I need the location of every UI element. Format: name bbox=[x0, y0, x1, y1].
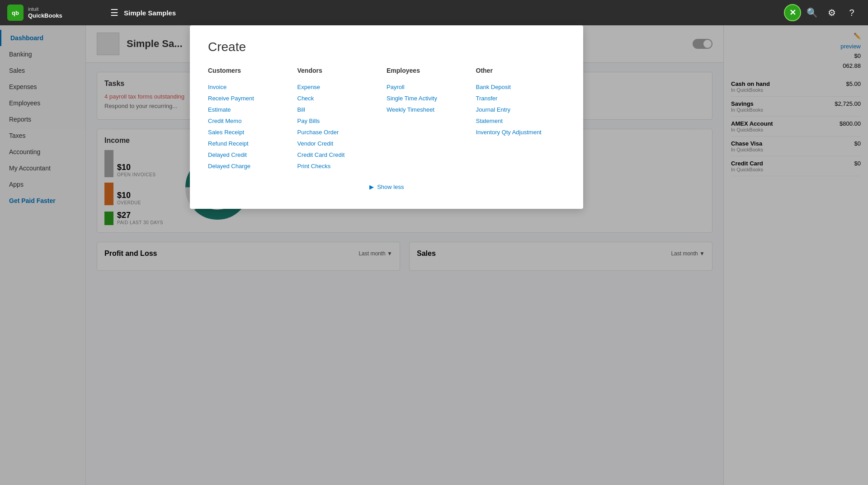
show-less-link[interactable]: ▶ Show less bbox=[369, 184, 404, 190]
create-single-time-activity-link[interactable]: Single Time Activity bbox=[387, 93, 476, 104]
create-bank-deposit-link[interactable]: Bank Deposit bbox=[476, 81, 566, 93]
create-sales-receipt-link[interactable]: Sales Receipt bbox=[208, 127, 297, 138]
create-expense-link[interactable]: Expense bbox=[297, 81, 387, 93]
top-navigation: qb intuit QuickBooks ☰ Simple Samples ✕ … bbox=[0, 0, 868, 25]
show-less-row: ▶ Show less bbox=[208, 183, 565, 191]
other-header: Other bbox=[476, 67, 566, 74]
create-vendor-credit-link[interactable]: Vendor Credit bbox=[297, 138, 387, 149]
create-invoice-link[interactable]: Invoice bbox=[208, 81, 297, 93]
create-payroll-link[interactable]: Payroll bbox=[387, 81, 476, 93]
create-modal-title: Create bbox=[208, 40, 565, 54]
close-icon: ✕ bbox=[789, 8, 796, 18]
hamburger-menu-icon[interactable]: ☰ bbox=[110, 7, 118, 18]
triangle-icon: ▶ bbox=[369, 184, 374, 190]
create-pay-bills-link[interactable]: Pay Bills bbox=[297, 115, 387, 127]
search-icon: 🔍 bbox=[807, 7, 818, 18]
create-print-checks-link[interactable]: Print Checks bbox=[297, 160, 387, 172]
create-journal-entry-link[interactable]: Journal Entry bbox=[476, 104, 566, 115]
close-create-button[interactable]: ✕ bbox=[784, 4, 801, 21]
create-bill-link[interactable]: Bill bbox=[297, 104, 387, 115]
gear-icon: ⚙ bbox=[828, 7, 836, 18]
show-less-label: Show less bbox=[377, 184, 404, 190]
logo-area: qb intuit QuickBooks bbox=[7, 5, 107, 21]
quickbooks-logo: qb bbox=[7, 5, 24, 21]
create-columns: Customers Invoice Receive Payment Estima… bbox=[208, 67, 565, 172]
create-credit-card-credit-link[interactable]: Credit Card Credit bbox=[297, 149, 387, 160]
customers-column: Customers Invoice Receive Payment Estima… bbox=[208, 67, 297, 172]
qb-icon: qb bbox=[12, 9, 19, 16]
create-delayed-credit-link[interactable]: Delayed Credit bbox=[208, 149, 297, 160]
search-button[interactable]: 🔍 bbox=[803, 4, 821, 22]
create-receive-payment-link[interactable]: Receive Payment bbox=[208, 93, 297, 104]
employees-column: Employees Payroll Single Time Activity W… bbox=[387, 67, 476, 172]
create-credit-memo-link[interactable]: Credit Memo bbox=[208, 115, 297, 127]
create-purchase-order-link[interactable]: Purchase Order bbox=[297, 127, 387, 138]
help-icon: ? bbox=[849, 8, 854, 18]
brand-text: intuit QuickBooks bbox=[28, 6, 62, 19]
intuit-label: intuit bbox=[28, 6, 62, 12]
create-weekly-timesheet-link[interactable]: Weekly Timesheet bbox=[387, 104, 476, 115]
employees-header: Employees bbox=[387, 67, 476, 74]
settings-button[interactable]: ⚙ bbox=[823, 4, 841, 22]
create-check-link[interactable]: Check bbox=[297, 93, 387, 104]
quickbooks-label: QuickBooks bbox=[28, 12, 62, 19]
nav-right-icons: ✕ 🔍 ⚙ ? bbox=[784, 4, 861, 22]
help-button[interactable]: ? bbox=[843, 4, 861, 22]
vendors-column: Vendors Expense Check Bill Pay Bills Pur… bbox=[297, 67, 387, 172]
create-refund-receipt-link[interactable]: Refund Receipt bbox=[208, 138, 297, 149]
create-statement-link[interactable]: Statement bbox=[476, 115, 566, 127]
create-modal: Create Customers Invoice Receive Payment… bbox=[190, 25, 583, 209]
create-estimate-link[interactable]: Estimate bbox=[208, 104, 297, 115]
create-delayed-charge-link[interactable]: Delayed Charge bbox=[208, 160, 297, 172]
create-transfer-link[interactable]: Transfer bbox=[476, 93, 566, 104]
create-inventory-qty-link[interactable]: Inventory Qty Adjustment bbox=[476, 127, 566, 138]
customers-header: Customers bbox=[208, 67, 297, 74]
company-name: Simple Samples bbox=[124, 9, 176, 17]
other-column: Other Bank Deposit Transfer Journal Entr… bbox=[476, 67, 566, 172]
vendors-header: Vendors bbox=[297, 67, 387, 74]
